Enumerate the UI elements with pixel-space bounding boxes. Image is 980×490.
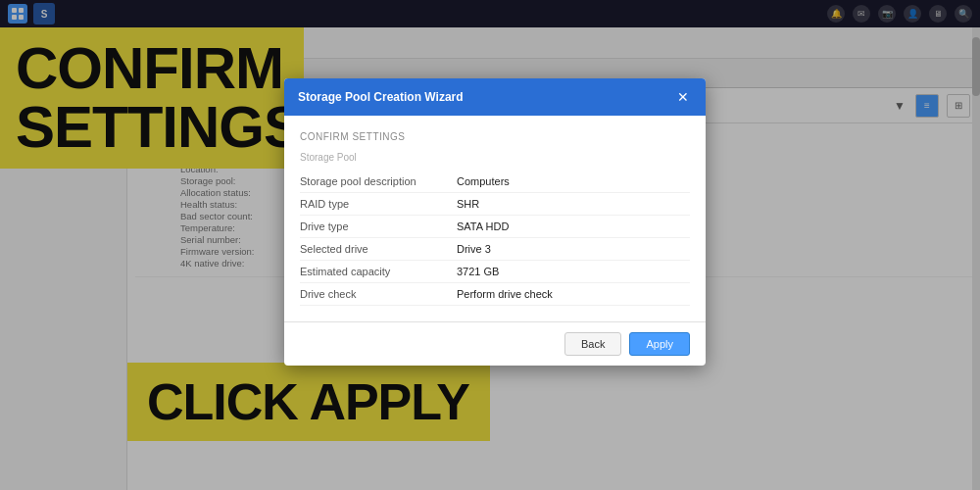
apply-button[interactable]: Apply bbox=[629, 332, 690, 356]
row-value-raid: SHR bbox=[457, 198, 479, 210]
modal-wizard-title: Storage Pool Creation Wizard bbox=[298, 90, 464, 104]
modal-footer: Back Apply bbox=[284, 321, 706, 366]
back-button[interactable]: Back bbox=[564, 332, 621, 356]
modal-row-drive-type: Drive type SATA HDD bbox=[300, 216, 690, 238]
row-label-drive-check: Drive check bbox=[300, 288, 457, 300]
modal-header: Storage Pool Creation Wizard ✕ bbox=[284, 78, 706, 116]
modal-section-title: Confirm settings bbox=[300, 131, 690, 142]
row-value-description: Computers bbox=[457, 175, 510, 187]
row-value-drive-check: Perform drive check bbox=[457, 288, 553, 300]
row-value-capacity: 3721 GB bbox=[457, 266, 499, 277]
row-value-selected-drive: Drive 3 bbox=[457, 243, 491, 255]
modal-row-description: Storage pool description Computers bbox=[300, 171, 690, 193]
modal-close-button[interactable]: ✕ bbox=[674, 88, 692, 106]
row-label-capacity: Estimated capacity bbox=[300, 266, 457, 277]
modal-row-capacity: Estimated capacity 3721 GB bbox=[300, 261, 690, 283]
modal-row-drive-check: Drive check Perform drive check bbox=[300, 283, 690, 306]
row-value-drive-type: SATA HDD bbox=[457, 220, 509, 232]
modal-row-raid: RAID type SHR bbox=[300, 193, 690, 216]
modal-row-selected-drive: Selected drive Drive 3 bbox=[300, 238, 690, 261]
row-label-description: Storage pool description bbox=[300, 175, 457, 187]
modal-body: Confirm settings Storage Pool Storage po… bbox=[284, 116, 706, 321]
storage-pool-section-label: Storage Pool bbox=[300, 152, 690, 163]
row-label-selected-drive: Selected drive bbox=[300, 243, 457, 255]
row-label-raid: RAID type bbox=[300, 198, 457, 210]
row-label-drive-type: Drive type bbox=[300, 220, 457, 232]
storage-pool-wizard-modal: Storage Pool Creation Wizard ✕ Confirm s… bbox=[284, 78, 706, 366]
